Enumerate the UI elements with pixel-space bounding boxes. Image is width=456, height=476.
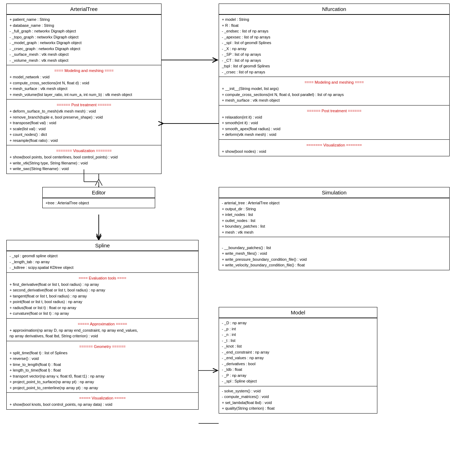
model-methods: - solve_system() : void - compute_matric… <box>219 386 377 413</box>
arterial-tree-box: ArterialTree + patient_name : String + d… <box>6 4 162 174</box>
nfurcation-fields: + model : String + R : float - _endsec :… <box>219 14 449 77</box>
arterial-tree-viz: ======= Visualization ======= + show(boo… <box>7 145 161 174</box>
nfurcation-modeling: ==== Modeling and meshing ==== + __init_… <box>219 77 449 105</box>
model-box: Model - _D : np array - _p : int - _n : … <box>219 307 377 414</box>
diagram-container: ArterialTree + patient_name : String + d… <box>0 0 456 476</box>
simulation-title: Simulation <box>219 187 449 198</box>
arterial-tree-modeling: ==== Modeling and meshing ==== + model_n… <box>7 65 161 99</box>
arterial-tree-viz-header: ======= Visualization ======= <box>10 149 158 153</box>
nfurcation-viz-header: ======= Visualization ======= <box>222 143 446 147</box>
simulation-fields: - arterial_tree : ArterialTree object + … <box>219 198 449 237</box>
nfurcation-post: ====== Post treatment ====== + relaxatio… <box>219 105 449 139</box>
spline-title: Spline <box>7 240 198 251</box>
simulation-methods: - __boundary_patches() : list + write_me… <box>219 237 449 270</box>
arterial-tree-post-header: ====== Post treatment ====== <box>10 103 158 107</box>
spline-eval: ==== Evaluation tools ==== + first_deriv… <box>7 272 198 318</box>
spline-approx: ===== Approximation ===== + approximatio… <box>7 318 198 341</box>
tri-at-editor <box>95 179 102 186</box>
spline-eval-header: ==== Evaluation tools ==== <box>10 276 195 280</box>
nfurcation-post-header: ====== Post treatment ====== <box>222 109 446 113</box>
spline-approx-header: ===== Approximation ===== <box>10 322 195 326</box>
simulation-box: Simulation - arterial_tree : ArterialTre… <box>219 187 450 270</box>
spline-geometry-header: ====== Geometry ====== <box>10 344 195 349</box>
arterial-tree-fields: + patient_name : String + database_name … <box>7 14 161 65</box>
spline-viz: ===== Visualization ===== + show(bool kn… <box>7 392 198 409</box>
arterial-tree-post: ====== Post treatment ====== + deform_su… <box>7 99 161 145</box>
editor-box: Editor +tree : ArterialTree object <box>42 187 155 208</box>
nfurcation-viz: ======= Visualization ======= + show(boo… <box>219 139 449 156</box>
model-title: Model <box>219 307 377 318</box>
model-fields: - _D : np array - _p : int - _n : int - … <box>219 318 377 386</box>
spline-viz-header: ===== Visualization ===== <box>10 396 195 400</box>
editor-title: Editor <box>43 187 155 198</box>
spline-fields: - _spl : geomdl spline object - _length_… <box>7 251 198 272</box>
spline-box: Spline - _spl : geomdl spline object - _… <box>6 240 199 410</box>
arterial-tree-modeling-header: ==== Modeling and meshing ==== <box>10 68 158 73</box>
spline-geometry: ====== Geometry ====== + split_time(floa… <box>7 341 198 393</box>
nfurcation-modeling-header: ==== Modeling and meshing ==== <box>222 80 446 84</box>
nfurcation-box: Nfurcation + model : String + R : float … <box>219 4 450 156</box>
nfurcation-title: Nfurcation <box>219 4 449 14</box>
editor-fields: +tree : ArterialTree object <box>43 198 155 208</box>
arterial-tree-title: ArterialTree <box>7 4 161 14</box>
